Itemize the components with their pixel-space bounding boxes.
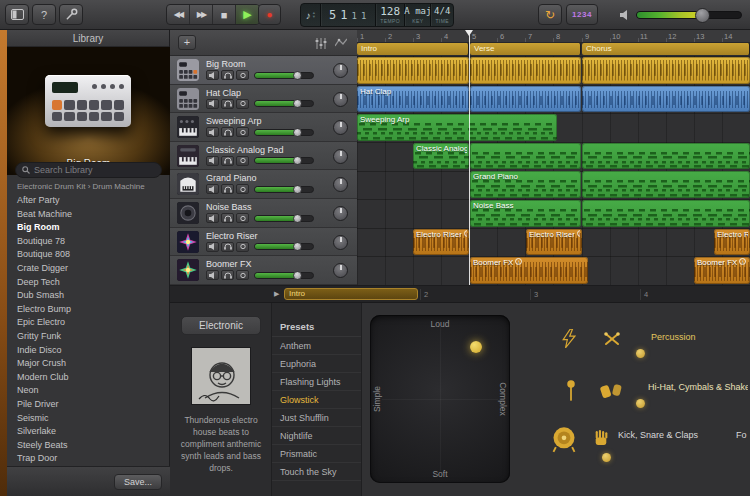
list-item[interactable]: After Party <box>7 194 170 208</box>
list-item[interactable]: Pile Driver <box>7 398 170 412</box>
list-item[interactable]: Deep Tech <box>7 276 170 290</box>
volume-slider[interactable] <box>254 186 314 193</box>
audio-region-electro-riser[interactable]: Electro Riser <box>714 229 750 256</box>
list-item[interactable]: Dub Smash <box>7 289 170 303</box>
pan-knob[interactable] <box>333 206 348 221</box>
mute-button[interactable] <box>206 213 219 223</box>
midi-region-grand-piano[interactable] <box>582 171 750 198</box>
midi-region-classic-analog-pad[interactable] <box>582 143 750 170</box>
list-item[interactable]: Seismic <box>7 412 170 426</box>
library-search[interactable] <box>15 162 162 178</box>
volume-slider[interactable] <box>254 72 314 79</box>
audio-region-big-room[interactable] <box>582 57 750 84</box>
xy-pad-puck[interactable] <box>470 341 482 353</box>
input-monitor-button[interactable] <box>236 70 249 80</box>
automation-button[interactable] <box>333 36 349 50</box>
midi-region-grand-piano[interactable]: Grand Piano <box>470 171 581 198</box>
disclosure-icon[interactable]: ▶ <box>274 290 279 298</box>
preset-item[interactable]: Anthem <box>272 337 361 355</box>
pan-knob[interactable] <box>333 177 348 192</box>
preset-item[interactable]: Just Shufflin <box>272 409 361 427</box>
breadcrumb[interactable]: Electronic Drum Kit › Drum Machine <box>17 182 167 191</box>
group-label-kick-snare[interactable]: Kick, Snare & Claps <box>618 430 730 440</box>
list-item[interactable]: Modern Club <box>7 371 170 385</box>
list-item-selected[interactable]: Big Room <box>7 221 170 235</box>
audio-region-big-room[interactable] <box>470 57 581 84</box>
mute-button[interactable] <box>206 127 219 137</box>
list-item[interactable]: Silverlake <box>7 425 170 439</box>
volume-slider[interactable] <box>254 100 314 107</box>
list-item[interactable]: Boutique 808 <box>7 248 170 262</box>
add-track-button[interactable]: + <box>178 35 196 50</box>
solo-button[interactable] <box>221 242 234 252</box>
record-button[interactable]: ● <box>258 4 281 25</box>
arrangement-marker[interactable]: Verse <box>470 43 581 55</box>
list-item[interactable]: Indie Disco <box>7 344 170 358</box>
smart-controls-button[interactable] <box>59 4 83 25</box>
preset-item[interactable]: Euphoria <box>272 355 361 373</box>
mute-button[interactable] <box>206 242 219 252</box>
list-item[interactable]: Neon <box>7 384 170 398</box>
group-label-percussion[interactable]: Percussion <box>651 332 746 342</box>
midi-region-classic-analog-pad[interactable]: Classic Analog Pad <box>413 143 469 170</box>
mute-button[interactable] <box>206 184 219 194</box>
mini-timeline[interactable]: ▶ Intro 2 3 4 <box>170 286 750 303</box>
preset-item[interactable]: Prismatic <box>272 445 361 463</box>
list-item[interactable]: Boutique 78 <box>7 235 170 249</box>
midi-region-noise-bass[interactable] <box>582 200 750 227</box>
group-label-hihat[interactable]: Hi-Hat, Cymbals & Shake <box>648 382 748 392</box>
list-item[interactable]: Major Crush <box>7 357 170 371</box>
input-monitor-button[interactable] <box>236 156 249 166</box>
track-header[interactable]: Electro Riser <box>170 228 357 257</box>
mute-button[interactable] <box>206 70 219 80</box>
input-monitor-button[interactable] <box>236 270 249 280</box>
track-header[interactable]: Sweeping Arp <box>170 113 357 142</box>
audio-region-boomer-fx[interactable]: Boomer FXi <box>694 257 750 284</box>
solo-button[interactable] <box>221 184 234 194</box>
volume-slider[interactable] <box>254 215 314 222</box>
list-item[interactable]: Epic Electro <box>7 316 170 330</box>
library-toggle-button[interactable] <box>5 4 29 25</box>
rewind-button[interactable]: ◀◀ <box>167 5 190 24</box>
solo-button[interactable] <box>221 213 234 223</box>
solo-button[interactable] <box>221 156 234 166</box>
preset-item[interactable]: Nightlife <box>272 427 361 445</box>
preset-item[interactable]: Flashing Lights <box>272 373 361 391</box>
forward-button[interactable]: ▶▶ <box>190 5 213 24</box>
midi-region-noise-bass[interactable]: Noise Bass <box>470 200 581 227</box>
arrangement-marker[interactable]: Intro <box>357 43 469 55</box>
track-header[interactable]: Noise Bass <box>170 199 357 228</box>
lcd-mode-section[interactable]: ♪ ▴▾ <box>301 4 321 26</box>
volume-slider[interactable] <box>254 157 314 164</box>
mini-marker-intro[interactable]: Intro <box>284 288 418 300</box>
audio-region-big-room[interactable] <box>357 57 469 84</box>
list-item[interactable]: Gritty Funk <box>7 330 170 344</box>
save-button[interactable]: Save... <box>114 474 162 490</box>
audio-region-hat-clap[interactable] <box>470 86 581 113</box>
solo-button[interactable] <box>221 127 234 137</box>
lcd-tempo-section[interactable]: 128 Tempo <box>376 4 406 26</box>
search-input[interactable] <box>34 165 155 175</box>
pan-knob[interactable] <box>333 92 348 107</box>
list-item[interactable]: Crate Digger <box>7 262 170 276</box>
quick-help-button[interactable]: ? <box>32 4 56 25</box>
lcd-position-section[interactable]: 5 1 1 1 <box>321 4 376 26</box>
audio-region-electro-riser[interactable]: Electro Riseri <box>526 229 582 256</box>
mute-button[interactable] <box>206 99 219 109</box>
preset-item[interactable]: Touch the Sky <box>272 463 361 481</box>
track-lanes[interactable]: Hat Clap Sweeping Arp Classic Analog Pad… <box>357 56 750 285</box>
solo-button[interactable] <box>221 70 234 80</box>
track-header[interactable]: Hat Clap <box>170 85 357 114</box>
master-volume-slider[interactable] <box>636 11 742 19</box>
pan-knob[interactable] <box>333 120 348 135</box>
cycle-button[interactable]: ↻ <box>538 4 562 25</box>
hihat-knob[interactable] <box>636 399 645 408</box>
midi-region-classic-analog-pad[interactable] <box>470 143 581 170</box>
midi-region-sweeping-arp[interactable]: Sweeping Arp <box>357 114 557 141</box>
list-item[interactable]: Trap Door <box>7 452 170 466</box>
input-monitor-button[interactable] <box>236 127 249 137</box>
input-monitor-button[interactable] <box>236 99 249 109</box>
timeline-ruler[interactable]: 1 2 3 4 5 6 7 8 9 10 11 12 13 14 <box>357 30 750 43</box>
track-header[interactable]: Boomer FX <box>170 256 357 285</box>
input-monitor-button[interactable] <box>236 242 249 252</box>
